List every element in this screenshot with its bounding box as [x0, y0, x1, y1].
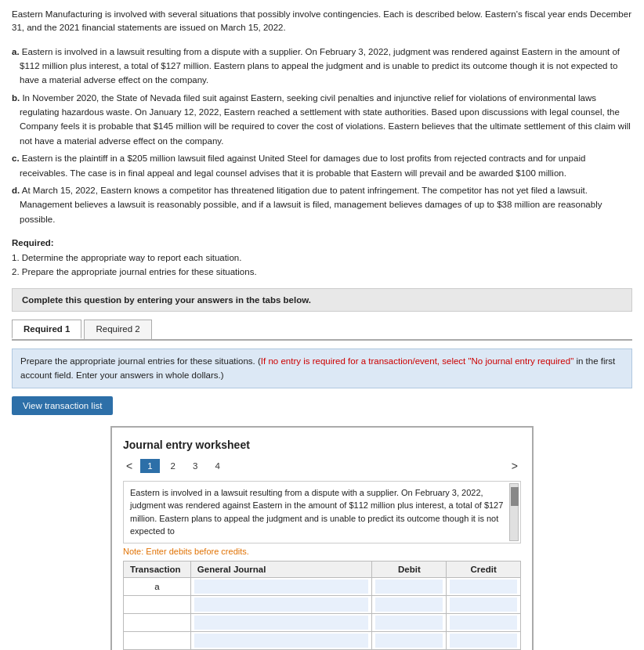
general-journal-cell-2[interactable]	[190, 595, 372, 613]
scrollbar[interactable]	[509, 483, 519, 541]
prev-page-button[interactable]: <	[123, 460, 136, 472]
page-4-button[interactable]: 4	[208, 460, 226, 472]
debit-cell-2[interactable]	[372, 595, 447, 613]
required-item-1: 1. Determine the appropriate way to repo…	[12, 253, 241, 262]
credit-input-1[interactable]	[450, 580, 517, 594]
col-header-credit: Credit	[447, 561, 521, 577]
transaction-cell-1: a	[124, 577, 191, 595]
tab-required-1[interactable]: Required 1	[12, 320, 81, 339]
tab-required-2[interactable]: Required 2	[84, 320, 151, 339]
general-journal-cell-1[interactable]	[190, 577, 372, 595]
intro-text: Eastern Manufacturing is involved with s…	[12, 8, 632, 35]
page-1-button[interactable]: 1	[140, 459, 159, 473]
info-red-text: If no entry is required for a transactio…	[261, 356, 573, 366]
general-journal-input-3[interactable]	[194, 616, 369, 630]
scrollbar-thumb	[511, 487, 519, 506]
info-box: Prepare the appropriate journal entries …	[12, 348, 632, 388]
general-journal-input-1[interactable]	[194, 580, 369, 594]
credit-input-4[interactable]	[450, 634, 517, 648]
scenario-c: c. Eastern is the plaintiff in a $205 mi…	[12, 151, 632, 180]
view-transaction-button[interactable]: View transaction list	[12, 396, 113, 415]
transaction-cell-2	[124, 595, 191, 613]
credit-cell-3[interactable]	[447, 613, 521, 631]
page-2-button[interactable]: 2	[165, 460, 182, 472]
credit-input-3[interactable]	[450, 616, 517, 630]
required-item-2: 2. Prepare the appropriate journal entri…	[12, 267, 257, 276]
col-header-transaction: Transaction	[124, 561, 191, 577]
col-header-debit: Debit	[372, 561, 447, 577]
table-row	[124, 631, 521, 649]
worksheet-title: Journal entry worksheet	[123, 439, 521, 451]
credit-cell-4[interactable]	[447, 631, 521, 649]
instruction-box: Complete this question by entering your …	[12, 288, 632, 312]
table-row	[124, 613, 521, 631]
general-journal-cell-4[interactable]	[190, 631, 372, 649]
credit-input-2[interactable]	[450, 598, 517, 612]
page-3-button[interactable]: 3	[186, 460, 204, 472]
journal-table: Transaction General Journal Debit Credit…	[123, 561, 521, 650]
debit-cell-3[interactable]	[372, 613, 447, 631]
note-text: Note: Enter debits before credits.	[123, 547, 521, 556]
debit-input-3[interactable]	[375, 616, 443, 630]
col-header-general-journal: General Journal	[190, 561, 372, 577]
table-row: a	[124, 577, 521, 595]
transaction-cell-4	[124, 631, 191, 649]
general-journal-input-4[interactable]	[194, 634, 369, 648]
debit-input-2[interactable]	[375, 598, 443, 612]
page-nav: < 1 2 3 4 >	[123, 459, 521, 473]
next-page-button[interactable]: >	[508, 460, 521, 472]
scenario-b: b. In November 2020, the State of Nevada…	[12, 91, 632, 149]
scenario-d: d. At March 15, 2022, Eastern knows a co…	[12, 183, 632, 226]
transaction-cell-3	[124, 613, 191, 631]
scenario-a: a. Eastern is involved in a lawsuit resu…	[12, 45, 632, 88]
debit-input-4[interactable]	[375, 634, 443, 648]
required-section: Required: 1. Determine the appropriate w…	[12, 236, 632, 279]
scenario-list: a. Eastern is involved in a lawsuit resu…	[12, 45, 632, 227]
debit-input-1[interactable]	[375, 580, 443, 594]
tabs-row: Required 1 Required 2	[12, 320, 632, 341]
required-title: Required:	[12, 238, 54, 247]
table-row	[124, 595, 521, 613]
general-journal-cell-3[interactable]	[190, 613, 372, 631]
general-journal-input-2[interactable]	[194, 598, 369, 612]
debit-cell-1[interactable]	[372, 577, 447, 595]
worksheet-container: Journal entry worksheet < 1 2 3 4 > East…	[110, 426, 534, 650]
debit-cell-4[interactable]	[372, 631, 447, 649]
credit-cell-1[interactable]	[447, 577, 521, 595]
scenario-description: Eastern is involved in a lawsuit resulti…	[123, 481, 521, 543]
credit-cell-2[interactable]	[447, 595, 521, 613]
